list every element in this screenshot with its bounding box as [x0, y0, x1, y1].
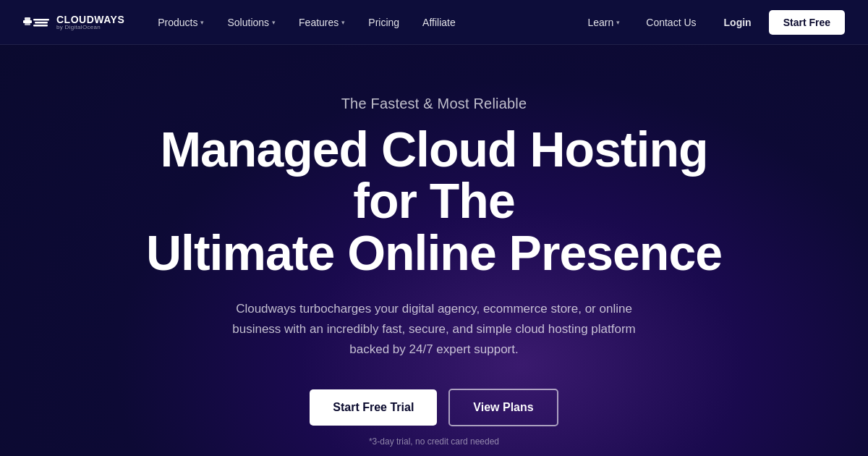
svg-rect-5	[33, 25, 48, 27]
svg-rect-4	[35, 22, 48, 24]
brand-subtitle: by DigitalOcean	[56, 25, 124, 30]
hero-disclaimer: *3-day trial, no credit card needed	[369, 436, 499, 447]
chevron-down-icon: ▾	[616, 19, 620, 26]
hero-heading-line2: Ultimate Online Presence	[146, 225, 722, 280]
start-free-trial-button[interactable]: Start Free Trial	[310, 389, 437, 426]
svg-rect-1	[23, 20, 32, 23]
logo-text: CLOUDWAYS by DigitalOcean	[56, 14, 124, 30]
nav-item-pricing[interactable]: Pricing	[358, 11, 409, 34]
chevron-down-icon: ▾	[341, 19, 345, 26]
login-link[interactable]: Login	[712, 11, 763, 34]
hero-cta: Start Free Trial View Plans	[310, 389, 558, 426]
nav-item-solutions[interactable]: Solutions ▾	[217, 11, 286, 34]
nav-start-free-button[interactable]: Start Free	[769, 10, 845, 35]
nav-item-contact[interactable]: Contact Us	[636, 11, 706, 34]
nav-main: Products ▾ Solutions ▾ Features ▾ Pricin…	[148, 11, 577, 34]
nav-right: Learn ▾ Contact Us Login Start Free	[577, 10, 845, 35]
svg-rect-2	[25, 23, 30, 25]
svg-rect-3	[33, 19, 49, 21]
hero-heading-line1: Managed Cloud Hosting for The	[160, 122, 707, 228]
logo[interactable]: CLOUDWAYS by DigitalOcean	[23, 13, 124, 32]
chevron-down-icon: ▾	[272, 19, 276, 26]
chevron-down-icon: ▾	[200, 19, 204, 26]
nav-item-products[interactable]: Products ▾	[148, 11, 214, 34]
nav-item-features[interactable]: Features ▾	[289, 11, 355, 34]
hero-section: The Fastest & Most Reliable Managed Clou…	[0, 45, 868, 447]
nav-item-learn[interactable]: Learn ▾	[577, 11, 630, 34]
brand-name: CLOUDWAYS	[56, 14, 124, 25]
hero-heading: Managed Cloud Hosting for The Ultimate O…	[137, 124, 731, 279]
logo-icon	[23, 13, 51, 32]
svg-rect-0	[25, 17, 30, 20]
nav-item-affiliate[interactable]: Affiliate	[412, 11, 466, 34]
view-plans-button[interactable]: View Plans	[448, 389, 558, 426]
hero-description: Cloudways turbocharges your digital agen…	[224, 299, 644, 360]
navbar: CLOUDWAYS by DigitalOcean Products ▾ Sol…	[0, 0, 868, 45]
hero-tagline: The Fastest & Most Reliable	[341, 96, 527, 112]
